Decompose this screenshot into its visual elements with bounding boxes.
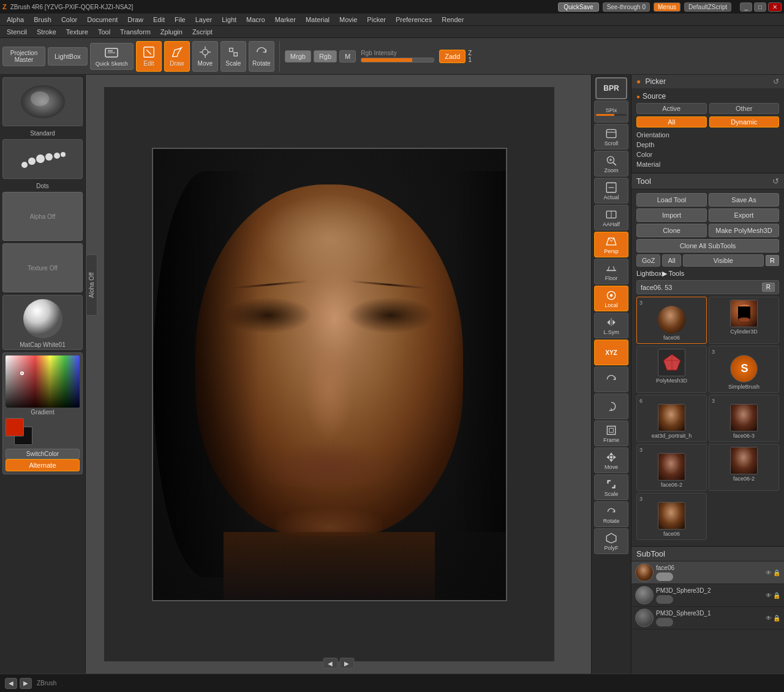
menu-alpha[interactable]: Alpha (2, 15, 28, 24)
zoom-button[interactable]: Zoom (594, 151, 628, 177)
menu-marker[interactable]: Marker (271, 15, 300, 24)
floor-button[interactable]: Floor (594, 259, 628, 284)
tool-thumb-face06-2a[interactable]: 3 face06-2 (636, 444, 707, 491)
edit-button[interactable]: Edit (136, 41, 162, 72)
persp-button[interactable]: Persp (594, 232, 628, 257)
defaultzscript-button[interactable]: DefaultZScript (684, 2, 731, 12)
tool-thumb-face06-bottom[interactable]: 3 face06 (636, 493, 707, 540)
import-button[interactable]: Import (636, 208, 707, 222)
menu-draw[interactable]: Draw (123, 15, 148, 24)
tool-panel-header[interactable]: Tool ↺ (631, 173, 784, 189)
menu-file[interactable]: File (170, 15, 190, 24)
xyz-button[interactable]: XYZ (594, 340, 628, 365)
scroll-button[interactable]: Scroll (594, 124, 628, 150)
menu-movie[interactable]: Movie (335, 15, 361, 24)
aloha-off-button[interactable]: Aloha Off (86, 254, 97, 316)
menu-stencil[interactable]: Stencil (2, 28, 31, 36)
bottom-nav-right[interactable]: ▶ (20, 678, 32, 689)
tool-reset-icon[interactable]: ↺ (772, 177, 779, 186)
menu-material[interactable]: Material (301, 15, 334, 24)
m-button[interactable]: M (339, 50, 356, 63)
orientation-option[interactable]: Orientation (636, 130, 779, 140)
polyf-button[interactable]: PolyF (594, 528, 628, 554)
menu-texture[interactable]: Texture (62, 28, 92, 36)
subtool-item-sphere1[interactable]: PM3D_Sphere3D_1 👁 🔒 (631, 607, 784, 629)
menu-transform[interactable]: Transform (116, 28, 155, 36)
viewport-scale-button[interactable]: Scale (594, 474, 628, 500)
all-button[interactable]: All (636, 116, 707, 127)
lightbox-button[interactable]: LightBox (48, 47, 88, 66)
subtool-lock-icon[interactable]: 🔒 (773, 569, 780, 576)
menu-tool[interactable]: Tool (94, 28, 115, 36)
save-as-button[interactable]: Save As (709, 193, 779, 207)
alpha-off-box[interactable]: Alpha Off (2, 192, 83, 241)
tool-thumb-face06-3[interactable]: 3 face06-3 (709, 395, 779, 442)
local-button[interactable]: Local (594, 286, 628, 311)
subtool-lock-icon-3[interactable]: 🔒 (773, 615, 780, 622)
tool-thumb-simplebrush[interactable]: 3 S SimpleBrush (709, 346, 779, 393)
standard-brush-preview[interactable] (2, 77, 83, 126)
color-spectrum[interactable] (6, 356, 80, 408)
r-button[interactable]: R (766, 255, 779, 266)
alternate-button[interactable]: Alternate (6, 459, 80, 471)
load-tool-button[interactable]: Load Tool (636, 193, 707, 207)
dynamic-button[interactable]: Dynamic (709, 116, 780, 127)
rotate-x-button[interactable] (594, 394, 628, 419)
switch-color-button[interactable]: SwitchColor (6, 449, 80, 459)
bottom-nav-left[interactable]: ◀ (5, 678, 17, 689)
tool-thumb-eat3d[interactable]: 6 eat3d_portrait_h (636, 395, 707, 442)
aahalf-button[interactable]: AAHalf (594, 205, 628, 230)
subtool-eye-icon[interactable]: 👁 (766, 569, 772, 576)
goz-all-button[interactable]: All (662, 254, 680, 267)
depth-option[interactable]: Depth (636, 140, 779, 150)
export-button[interactable]: Export (709, 208, 779, 222)
subtool-section-header[interactable]: SubTool (631, 547, 784, 561)
subtool-item-sphere2[interactable]: PM3D_Sphere3D_2 👁 🔒 (631, 584, 784, 607)
subtool-lock-icon-2[interactable]: 🔒 (773, 592, 780, 599)
menu-document[interactable]: Document (83, 15, 122, 24)
matcap-preview[interactable]: MatCap White01 (2, 295, 83, 350)
viewport-move-button[interactable]: Move (594, 447, 628, 473)
dots-brush-preview[interactable] (2, 139, 83, 179)
maximize-button[interactable]: □ (754, 2, 766, 12)
subtool-eye-icon-2[interactable]: 👁 (766, 592, 772, 599)
subtool-eye-icon-3[interactable]: 👁 (766, 615, 772, 622)
lsym-button[interactable]: L.Sym (594, 313, 628, 338)
frame-button[interactable]: Frame (594, 420, 628, 446)
foreground-color-swatch[interactable] (6, 418, 24, 436)
actual-button[interactable]: Actual (594, 178, 628, 203)
spix-button[interactable]: SPix (594, 101, 628, 123)
tool-thumb-polymesh3d[interactable]: PolyMesh3D (636, 346, 707, 393)
lightbox-tools-label[interactable]: Lightbox▶ Tools (636, 268, 779, 280)
close-button[interactable]: ✕ (768, 2, 782, 12)
rgb-button[interactable]: Rgb (314, 50, 337, 63)
menu-edit[interactable]: Edit (149, 15, 169, 24)
tool-thumb-cylinder3d[interactable]: Cylinder3D (709, 297, 779, 344)
rgb-intensity-slider[interactable] (361, 58, 434, 63)
visible-button[interactable]: Visible (683, 254, 764, 267)
quicksave-button[interactable]: QuickSave (558, 2, 598, 12)
seethrough-button[interactable]: See-through 0 (603, 2, 650, 12)
mrgb-button[interactable]: Mrgb (285, 50, 311, 63)
picker-reset-icon[interactable]: ↺ (773, 77, 779, 86)
quick-sketch-button[interactable]: Quick Sketch (90, 43, 134, 70)
picker-header[interactable]: ● Picker ↺ (631, 75, 784, 88)
nav-left-button[interactable]: ◀ (323, 658, 337, 669)
menu-color[interactable]: Color (57, 15, 81, 24)
tool-thumb-face06[interactable]: 3 face06 (636, 297, 707, 344)
texture-off-box[interactable]: Texture Off (2, 243, 83, 292)
menu-render[interactable]: Render (437, 15, 468, 24)
menu-zplugin[interactable]: Zplugin (156, 28, 187, 36)
menus-button[interactable]: Menus (654, 2, 680, 12)
subtool-toggle-sphere2[interactable] (656, 595, 673, 604)
projection-master-button[interactable]: ProjectionMaster (2, 47, 45, 66)
material-option[interactable]: Material (636, 159, 779, 169)
spix-slider[interactable] (596, 114, 627, 116)
scale-button[interactable]: Scale (221, 41, 246, 72)
canvas-viewport[interactable] (104, 87, 554, 661)
subtool-toggle-face06[interactable] (656, 572, 673, 581)
other-button[interactable]: Other (709, 103, 780, 114)
menu-preferences[interactable]: Preferences (391, 15, 436, 24)
clone-all-subtools-button[interactable]: Clone All SubTools (636, 239, 779, 253)
make-polymesh3d-button[interactable]: Make PolyMesh3D (709, 224, 779, 237)
